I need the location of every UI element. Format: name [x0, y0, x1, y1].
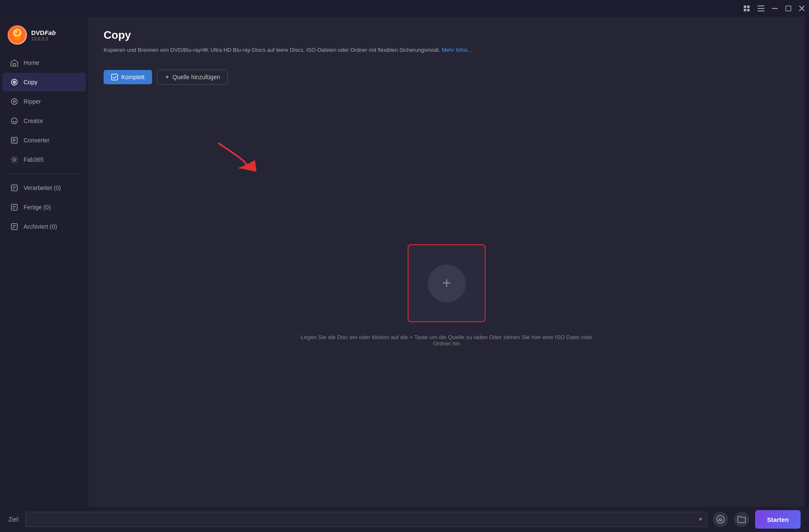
svg-rect-28 [11, 185, 17, 191]
close-button[interactable] [799, 5, 805, 11]
title-bar-controls [743, 5, 805, 12]
sidebar-item-home[interactable]: Home [3, 53, 86, 72]
sidebar-item-fab365[interactable]: Fab365 [3, 150, 86, 169]
sidebar-item-ripper[interactable]: Ripper [3, 92, 86, 111]
more-info-link[interactable]: Mehr Infos... [442, 47, 472, 53]
sidebar-item-converter-label: Converter [24, 137, 49, 144]
scrollbar[interactable] [805, 17, 809, 507]
sidebar: DVDFab 13.0.3.3 Home Copy [0, 17, 88, 507]
page-description: Kopieren und Brennen von DVD/Blu-ray/4K … [104, 46, 790, 54]
ziel-input-wrap: ▼ [25, 512, 707, 527]
ziel-label: Ziel: [8, 516, 19, 523]
sidebar-item-home-label: Home [24, 59, 39, 66]
svg-point-27 [13, 158, 16, 161]
content-header: Copy Kopieren und Brennen von DVD/Blu-ra… [88, 17, 805, 70]
svg-rect-3 [747, 9, 750, 11]
sidebar-item-copy-label: Copy [24, 79, 37, 86]
plus-icon: + [442, 275, 451, 291]
sidebar-item-fertige[interactable]: Fertige (0) [3, 198, 86, 217]
drop-zone-box[interactable]: + [408, 244, 486, 322]
archiviert-icon [10, 222, 19, 231]
svg-point-22 [11, 118, 17, 124]
starten-button[interactable]: Starten [755, 510, 801, 529]
svg-rect-7 [772, 8, 778, 9]
svg-point-19 [14, 82, 15, 83]
converter-icon [10, 136, 19, 144]
svg-text:ISO: ISO [718, 519, 723, 521]
iso-button[interactable]: ISO [713, 512, 728, 527]
svg-point-20 [11, 99, 17, 104]
page-title: Copy [104, 29, 790, 42]
verarbeitet-icon [10, 184, 19, 192]
sidebar-item-archiviert[interactable]: Archiviert (0) [3, 217, 86, 236]
svg-rect-0 [744, 5, 746, 8]
quelle-hinzufuegen-button[interactable]: + Quelle hinzufügen [157, 70, 228, 85]
svg-rect-37 [112, 74, 117, 80]
sidebar-item-fertige-label: Fertige (0) [24, 204, 51, 211]
app-body: DVDFab 13.0.3.3 Home Copy [0, 17, 809, 507]
svg-rect-5 [758, 8, 764, 9]
sidebar-item-ripper-label: Ripper [24, 98, 41, 105]
nav-divider [8, 174, 81, 174]
sidebar-item-fab365-label: Fab365 [24, 156, 43, 163]
svg-rect-31 [11, 204, 17, 210]
add-source-circle: + [428, 265, 466, 302]
svg-rect-8 [786, 6, 791, 11]
svg-point-15 [14, 36, 21, 40]
folder-button[interactable] [734, 512, 749, 527]
sidebar-item-archiviert-label: Archiviert (0) [24, 223, 57, 230]
komplett-button[interactable]: Komplett [104, 70, 152, 84]
ziel-select[interactable] [25, 512, 707, 527]
svg-rect-1 [747, 5, 750, 8]
grid-icon-button[interactable] [743, 5, 750, 12]
title-bar [0, 0, 809, 17]
svg-rect-34 [11, 224, 17, 230]
ripper-icon [10, 97, 19, 106]
svg-rect-6 [758, 11, 764, 11]
plus-icon: + [165, 73, 169, 81]
bottom-bar: Ziel: ▼ ISO Starten [0, 507, 809, 532]
sidebar-item-creator-label: Creator [24, 118, 43, 124]
logo-brand: DVDFab [31, 29, 56, 36]
sidebar-item-verarbeitet-label: Verarbeitet (0) [24, 184, 61, 191]
sidebar-item-creator[interactable]: Creator [3, 112, 86, 130]
sidebar-item-converter[interactable]: Converter [3, 131, 86, 150]
toolbar: Komplett + Quelle hinzufügen [88, 70, 805, 85]
svg-point-21 [13, 101, 16, 103]
sidebar-item-verarbeitet[interactable]: Verarbeitet (0) [3, 179, 86, 197]
drop-zone-container: + Legen Sie die Disc ein oder klicken au… [88, 85, 805, 507]
home-icon [10, 59, 19, 67]
minimize-button[interactable] [772, 8, 778, 9]
maximize-button[interactable] [785, 5, 791, 11]
menu-icon-button[interactable] [758, 5, 764, 11]
svg-rect-16 [13, 64, 16, 66]
svg-rect-2 [744, 9, 746, 11]
logo-version: 13.0.3.3 [31, 36, 56, 41]
sidebar-item-copy[interactable]: Copy [3, 73, 86, 91]
creator-icon [10, 117, 19, 125]
main-content: Copy Kopieren und Brennen von DVD/Blu-ra… [88, 17, 805, 507]
fab365-icon [10, 155, 19, 164]
sidebar-logo: DVDFab 13.0.3.3 [0, 21, 88, 53]
svg-rect-4 [758, 5, 764, 6]
drop-hint-text: Legen Sie die Disc ein oder klicken auf … [299, 334, 594, 347]
svg-point-14 [15, 31, 17, 33]
sidebar-nav: Home Copy Ripper Creator [0, 53, 88, 503]
copy-icon [10, 78, 19, 86]
fertige-icon [10, 203, 19, 211]
logo-text: DVDFab 13.0.3.3 [31, 29, 56, 41]
logo-icon [8, 25, 27, 45]
